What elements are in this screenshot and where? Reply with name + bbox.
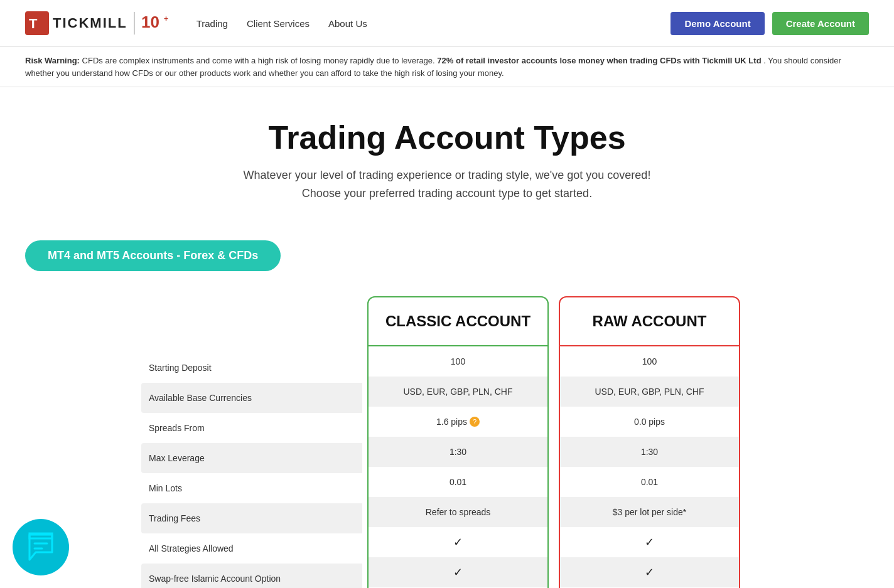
raw-row-2: 0.0 pips <box>560 407 739 437</box>
classic-row-2: 1.6 pips ? <box>369 407 547 437</box>
classic-account-header: CLASSIC ACCOUNT <box>369 297 547 346</box>
risk-warning-label: Risk Warning: <box>25 56 80 65</box>
comparison-table: Starting DepositAvailable Base Currencie… <box>149 296 745 588</box>
classic-row-7: ✓ <box>369 557 547 587</box>
classic-account-card: CLASSIC ACCOUNT 100USD, EUR, GBP, PLN, C… <box>367 296 549 588</box>
risk-warning-banner: Risk Warning: CFDs are complex instrumen… <box>0 47 894 87</box>
logo-text: TICKMILL <box>53 15 127 31</box>
label-row-0: Starting Deposit <box>149 353 362 383</box>
risk-warning-text1: CFDs are complex instruments and come wi… <box>82 56 435 65</box>
svg-text:+: + <box>164 14 168 23</box>
logo-badge: 10 + <box>141 13 171 35</box>
navbar: T TICKMILL 10 + Trading Client Services … <box>0 0 894 47</box>
classic-row-3: 1:30 <box>369 437 547 467</box>
classic-row-5: Refer to spreads <box>369 497 547 527</box>
risk-warning-stat: 72% of retail investor accounts lose mon… <box>437 56 761 65</box>
nav-trading[interactable]: Trading <box>197 18 228 29</box>
accounts-section: MT4 and MT5 Accounts - Forex & CFDs Star… <box>0 222 894 588</box>
create-account-nav-button[interactable]: Create Account <box>772 12 869 35</box>
label-row-4: Min Lots <box>149 473 362 503</box>
tab-mt4-mt5[interactable]: MT4 and MT5 Accounts - Forex & CFDs <box>25 240 281 271</box>
raw-row-5: $3 per lot per side* <box>560 497 739 527</box>
hero-section: Trading Account Types Whatever your leve… <box>0 87 894 222</box>
logo: T TICKMILL 10 + <box>25 11 171 35</box>
raw-account-rows: 100USD, EUR, GBP, PLN, CHF0.0 pips1:300.… <box>560 346 739 587</box>
demo-account-button[interactable]: Demo Account <box>670 12 764 35</box>
hero-subtitle1: Whatever your level of trading experienc… <box>25 166 869 184</box>
label-row-2: Spreads From <box>149 413 362 443</box>
checkmark-icon: ✓ <box>645 565 654 579</box>
label-row-6: All Strategies Allowed <box>149 533 362 564</box>
hero-subtitle2: Choose your preferred trading account ty… <box>25 184 869 203</box>
checkmark-icon: ✓ <box>453 535 463 549</box>
page-title: Trading Account Types <box>25 119 869 156</box>
chat-widget-icon <box>23 530 58 565</box>
chat-widget[interactable] <box>13 519 69 575</box>
tickmill-logo-icon: T <box>25 11 49 35</box>
raw-row-1: USD, EUR, GBP, PLN, CHF <box>560 377 739 407</box>
svg-text:T: T <box>29 16 38 31</box>
checkmark-icon: ✓ <box>453 565 463 579</box>
logo-badge-svg: 10 + <box>141 13 171 31</box>
logo-divider <box>134 12 135 35</box>
nav-links: Trading Client Services About Us <box>197 18 671 29</box>
label-row-3: Max Leverage <box>141 443 362 473</box>
raw-row-3: 1:30 <box>560 437 739 467</box>
checkmark-icon: ✓ <box>645 535 654 549</box>
label-row-5: Trading Fees <box>141 503 362 533</box>
raw-row-4: 0.01 <box>560 467 739 497</box>
tooltip-icon[interactable]: ? <box>470 417 480 427</box>
svg-text:10: 10 <box>141 13 159 31</box>
classic-row-6: ✓ <box>369 527 547 557</box>
raw-row-6: ✓ <box>560 527 739 557</box>
raw-account-header: RAW ACCOUNT <box>560 297 739 346</box>
classic-account-rows: 100USD, EUR, GBP, PLN, CHF1.6 pips ?1:30… <box>369 346 547 587</box>
comparison-labels: Starting DepositAvailable Base Currencie… <box>149 296 362 588</box>
nav-about-us[interactable]: About Us <box>328 18 367 29</box>
raw-account-card: RAW ACCOUNT 100USD, EUR, GBP, PLN, CHF0.… <box>559 296 740 588</box>
raw-row-0: 100 <box>560 346 739 377</box>
classic-row-0: 100 <box>369 346 547 377</box>
classic-row-4: 0.01 <box>369 467 547 497</box>
nav-actions: Demo Account Create Account <box>670 12 869 35</box>
label-row-1: Available Base Currencies <box>141 383 362 413</box>
classic-row-1: USD, EUR, GBP, PLN, CHF <box>369 377 547 407</box>
label-row-7: Swap-free Islamic Account Option <box>141 564 362 588</box>
nav-client-services[interactable]: Client Services <box>247 18 310 29</box>
raw-row-7: ✓ <box>560 557 739 587</box>
